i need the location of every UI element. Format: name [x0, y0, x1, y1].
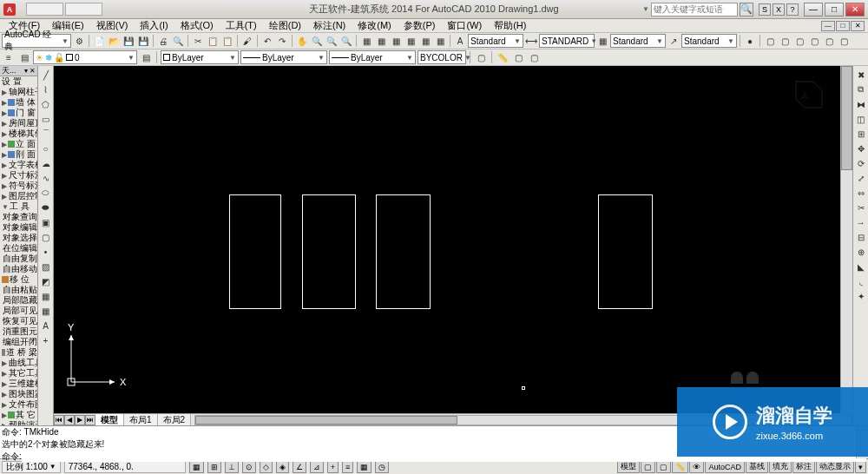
dim-style-combo[interactable]: STANDARD▼	[539, 34, 595, 48]
save-icon[interactable]: 💾	[122, 34, 135, 48]
doc-close-button[interactable]: ✕	[851, 21, 865, 31]
text-style-combo[interactable]: Standard▼	[468, 34, 523, 48]
tab-layout1[interactable]: 布局1	[124, 414, 158, 426]
properties-icon[interactable]: ▦	[359, 34, 373, 48]
linetype-combo[interactable]: ByLayer▼	[329, 50, 416, 64]
color-combo[interactable]: ByLayer▼	[161, 50, 239, 64]
markup-icon[interactable]: ▦	[418, 34, 432, 48]
menu-param[interactable]: 参数(P)	[398, 19, 441, 32]
rect-icon[interactable]: ▭	[39, 112, 53, 126]
help-icon[interactable]: ?	[786, 3, 799, 16]
chamfer-icon[interactable]: ◣	[854, 260, 868, 273]
dcenter-icon[interactable]: ▦	[374, 34, 388, 48]
exchange-icon[interactable]: X	[773, 3, 785, 16]
lineweight-combo[interactable]: ByLayer▼	[240, 50, 327, 64]
copy-icon[interactable]: 📋	[206, 34, 220, 48]
addselected-icon[interactable]: +	[39, 333, 53, 347]
extend-icon[interactable]: →	[854, 215, 868, 229]
dist-icon[interactable]: ▢	[527, 50, 541, 64]
measure-icon[interactable]: 📏	[496, 50, 510, 64]
gradient-icon[interactable]: ◩	[39, 274, 53, 288]
zoom-window-icon[interactable]: 🔍	[325, 34, 339, 48]
menu-modify[interactable]: 修改(M)	[352, 19, 397, 32]
arc-icon[interactable]: ⌒	[39, 127, 53, 141]
close-button[interactable]: ✕	[845, 3, 865, 16]
drawing-canvas[interactable]: 上 X Y	[54, 66, 852, 413]
menu-draw[interactable]: 绘图(D)	[264, 19, 306, 32]
zoom-icon[interactable]: 🔍	[310, 34, 324, 48]
p5-icon[interactable]: ▢	[822, 34, 836, 48]
rotate-icon[interactable]: ⟳	[854, 156, 868, 170]
p1-icon[interactable]: ▢	[763, 34, 777, 48]
dim-style-icon[interactable]: ⟷	[524, 34, 538, 48]
mtext-icon[interactable]: A	[39, 319, 53, 332]
pan-icon[interactable]: ✋	[295, 34, 309, 48]
workspace-settings-icon[interactable]: ⚙	[72, 34, 86, 48]
drawing-rect[interactable]	[229, 194, 281, 309]
revcloud-icon[interactable]: ☁	[39, 156, 53, 170]
drawing-rect[interactable]	[302, 194, 356, 309]
doc-restore-button[interactable]: □	[836, 21, 850, 31]
drawing-rect[interactable]	[598, 194, 653, 309]
down-arrow-icon[interactable]: ▼	[642, 5, 649, 13]
menu-window[interactable]: 窗口(W)	[442, 19, 487, 32]
cut-icon[interactable]: ✂	[191, 34, 205, 48]
minimize-button[interactable]: —	[804, 3, 823, 16]
p2-icon[interactable]: ▢	[778, 34, 792, 48]
polygon-icon[interactable]: ⬠	[39, 97, 53, 111]
table-icon[interactable]: ▦	[39, 304, 53, 318]
tab-prev-icon[interactable]: ◀	[64, 415, 75, 425]
explode-icon[interactable]: ✦	[854, 289, 868, 303]
array-icon[interactable]: ⊞	[854, 127, 868, 141]
view-cube[interactable]: 上	[783, 73, 826, 116]
ellipse-arc-icon[interactable]: ⬬	[39, 201, 53, 214]
break-icon[interactable]: ⊟	[854, 230, 868, 244]
redo-icon[interactable]: ↷	[275, 34, 289, 48]
matchprop-icon[interactable]: 🖌	[240, 34, 254, 48]
tab-model[interactable]: 模型	[95, 414, 124, 426]
open-icon[interactable]: 📂	[107, 34, 121, 48]
erase-icon[interactable]: ✖	[854, 68, 868, 82]
spline-icon[interactable]: ∿	[39, 171, 53, 185]
saveas-icon[interactable]: 💾	[136, 34, 150, 48]
hatch-icon[interactable]: ▨	[39, 260, 53, 273]
nav-ghost-icon[interactable]	[731, 372, 766, 387]
ellipse-icon[interactable]: ⬭	[39, 186, 53, 200]
text-style-icon[interactable]: A	[453, 34, 467, 48]
menu-help[interactable]: 帮助(H)	[489, 19, 531, 32]
region-icon[interactable]: ▦	[39, 289, 53, 303]
vertical-scrollbar[interactable]	[840, 66, 852, 413]
stretch-icon[interactable]: ⇔	[854, 186, 868, 200]
menu-tools[interactable]: 工具(T)	[220, 19, 262, 32]
menu-view[interactable]: 视图(V)	[91, 19, 134, 32]
block-icon[interactable]: ▢	[474, 50, 488, 64]
bg-tab[interactable]	[65, 3, 102, 16]
tab-next-icon[interactable]: ▶	[75, 415, 85, 425]
mirror-icon[interactable]: ⧓	[854, 97, 868, 111]
insert-icon[interactable]: ▣	[39, 215, 53, 229]
qselect-icon[interactable]: ▢	[511, 50, 525, 64]
new-icon[interactable]: 📄	[92, 34, 106, 48]
preview-icon[interactable]: 🔍	[171, 34, 185, 48]
menu-insert[interactable]: 插入(I)	[135, 19, 173, 32]
tab-first-icon[interactable]: ⏮	[54, 415, 64, 425]
mleader-style-icon[interactable]: ↗	[667, 34, 681, 48]
layer-combo[interactable]: ☀❄🔓0▼	[33, 50, 137, 64]
print-icon[interactable]: 🖨	[156, 34, 170, 48]
mleader-style-combo[interactable]: Standard▼	[681, 34, 737, 48]
doc-minimize-button[interactable]: —	[821, 21, 835, 31]
bg-tab[interactable]	[26, 3, 63, 16]
calc-icon[interactable]: ▦	[433, 34, 447, 48]
search-icon[interactable]: 🔍	[740, 3, 753, 16]
drawing-rect[interactable]	[376, 194, 431, 309]
sheet-icon[interactable]: ▦	[404, 34, 418, 48]
copy-obj-icon[interactable]: ⧉	[854, 82, 868, 96]
toolpalette-icon[interactable]: ▦	[389, 34, 403, 48]
offset-icon[interactable]: ◫	[854, 112, 868, 126]
join-icon[interactable]: ⊕	[854, 245, 868, 259]
tab-layout2[interactable]: 布局2	[158, 414, 192, 426]
sign-in-icon[interactable]: S	[759, 3, 771, 16]
scale-icon[interactable]: ⤢	[854, 171, 868, 185]
help-search-input[interactable]	[651, 3, 738, 16]
maximize-button[interactable]: □	[825, 3, 844, 16]
